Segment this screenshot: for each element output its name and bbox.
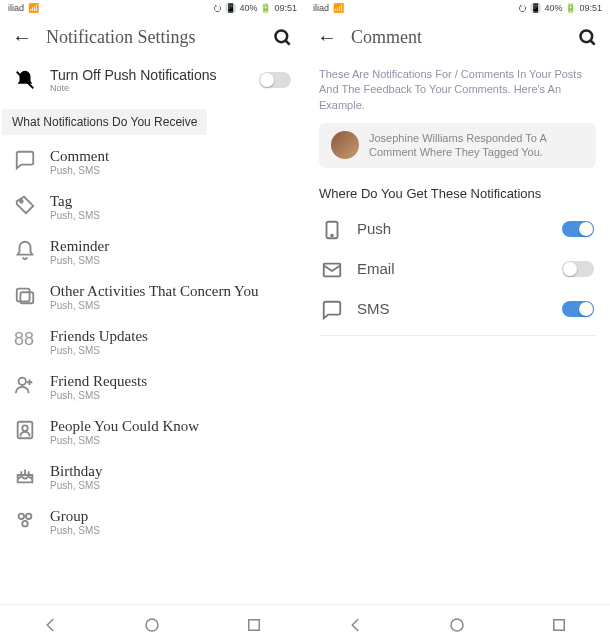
time-label: 09:51 (579, 3, 602, 13)
page-title: Comment (351, 27, 564, 48)
friends-icon: 88 (14, 329, 36, 351)
example-text: Josephine Williams Responded To A Commen… (369, 131, 584, 160)
svg-line-15 (591, 40, 595, 44)
vibrate-icon: 📳 (530, 3, 541, 13)
push-icon (321, 219, 343, 239)
avatar (331, 131, 359, 159)
carrier-label: iliad (313, 3, 329, 13)
channel-label: Push (357, 220, 548, 237)
notif-title: Reminder (50, 237, 291, 255)
notif-title: Birthday (50, 462, 291, 480)
signal-icon: 📶 (28, 3, 39, 13)
nav-back[interactable] (42, 616, 60, 634)
example-box: Josephine Williams Responded To A Commen… (319, 123, 596, 168)
battery-label: 40% (544, 3, 562, 13)
search-button[interactable] (273, 28, 293, 48)
svg-point-17 (331, 234, 333, 236)
back-button[interactable]: ← (12, 26, 32, 49)
notif-title: Friends Updates (50, 327, 291, 345)
notif-item-comment[interactable]: CommentPush, SMS (0, 139, 305, 184)
left-screen: iliad 📶 ⭮ 📳 40% 🔋 09:51 ← Notification S… (0, 0, 305, 644)
notif-sub: Push, SMS (50, 390, 291, 401)
status-bar: iliad 📶 ⭮ 📳 40% 🔋 09:51 (305, 0, 610, 16)
svg-rect-4 (17, 289, 30, 302)
push-off-note: Note (50, 83, 245, 93)
channel-label: Email (357, 260, 548, 277)
svg-point-0 (276, 30, 288, 42)
svg-point-11 (22, 521, 28, 527)
right-screen: iliad 📶 ⭮ 📳 40% 🔋 09:51 ← Comment These … (305, 0, 610, 644)
svg-line-1 (286, 40, 290, 44)
notif-title: Comment (50, 147, 291, 165)
back-button[interactable]: ← (317, 26, 337, 49)
notif-title: Friend Requests (50, 372, 291, 390)
notif-sub: Push, SMS (50, 300, 291, 311)
nav-home[interactable] (448, 616, 466, 634)
friend-request-icon (14, 374, 36, 396)
push-toggle[interactable] (562, 221, 594, 237)
section-label: Where Do You Get These Notifications (305, 168, 610, 209)
status-bar: iliad 📶 ⭮ 📳 40% 🔋 09:51 (0, 0, 305, 16)
notif-sub: Push, SMS (50, 435, 291, 446)
nav-recent[interactable] (245, 616, 263, 634)
email-toggle[interactable] (562, 261, 594, 277)
notif-item-group[interactable]: GroupPush, SMS (0, 499, 305, 544)
push-off-row[interactable]: Turn Off Push Notifications Note (0, 59, 305, 101)
notif-item-people-know[interactable]: People You Could KnowPush, SMS (0, 409, 305, 454)
notif-sub: Push, SMS (50, 480, 291, 491)
vibrate-icon: 📳 (225, 3, 236, 13)
notif-title: Group (50, 507, 291, 525)
sms-icon (321, 299, 343, 319)
svg-point-6 (19, 378, 26, 385)
carrier-label: iliad (8, 3, 24, 13)
time-label: 09:51 (274, 3, 297, 13)
people-icon (14, 419, 36, 441)
channel-email[interactable]: Email (305, 249, 610, 289)
notif-item-other[interactable]: Other Activities That Concern YouPush, S… (0, 274, 305, 319)
page-title: Notification Settings (46, 27, 259, 48)
notif-title: People You Could Know (50, 417, 291, 435)
svg-rect-13 (249, 619, 260, 630)
sms-toggle[interactable] (562, 301, 594, 317)
header: ← Notification Settings (0, 16, 305, 59)
header: ← Comment (305, 16, 610, 59)
notif-item-tag[interactable]: TagPush, SMS (0, 184, 305, 229)
notif-sub: Push, SMS (50, 210, 291, 221)
push-off-title: Turn Off Push Notifications (50, 67, 245, 83)
section-label: What Notifications Do You Receive (2, 109, 207, 135)
notif-title: Tag (50, 192, 291, 210)
notif-sub: Push, SMS (50, 345, 291, 356)
bell-off-icon (14, 69, 36, 91)
notif-sub: Push, SMS (50, 255, 291, 266)
nav-bar (0, 604, 305, 644)
notif-item-reminder[interactable]: ReminderPush, SMS (0, 229, 305, 274)
channel-push[interactable]: Push (305, 209, 610, 249)
svg-point-9 (19, 514, 24, 520)
push-off-toggle[interactable] (259, 72, 291, 88)
nav-recent[interactable] (550, 616, 568, 634)
notif-item-birthday[interactable]: BirthdayPush, SMS (0, 454, 305, 499)
notif-title: Other Activities That Concern You (50, 282, 291, 300)
svg-point-3 (20, 200, 23, 203)
nav-home[interactable] (143, 616, 161, 634)
group-icon (14, 509, 36, 531)
tag-icon (14, 194, 36, 216)
activity-icon (14, 284, 36, 306)
comment-icon (14, 149, 36, 171)
svg-point-14 (581, 30, 593, 42)
notif-sub: Push, SMS (50, 165, 291, 176)
svg-point-19 (451, 619, 463, 631)
channel-sms[interactable]: SMS (305, 289, 610, 329)
svg-point-12 (146, 619, 158, 631)
notif-sub: Push, SMS (50, 525, 291, 536)
rotation-icon: ⭮ (518, 3, 527, 13)
signal-icon: 📶 (333, 3, 344, 13)
battery-icon: 🔋 (565, 3, 576, 13)
rotation-icon: ⭮ (213, 3, 222, 13)
description-text: These Are Notifications For / Comments I… (305, 59, 610, 123)
search-button[interactable] (578, 28, 598, 48)
nav-back[interactable] (347, 616, 365, 634)
svg-point-10 (26, 514, 31, 520)
notif-item-friend-requests[interactable]: Friend RequestsPush, SMS (0, 364, 305, 409)
notif-item-friends-updates[interactable]: 88 Friends UpdatesPush, SMS (0, 319, 305, 364)
